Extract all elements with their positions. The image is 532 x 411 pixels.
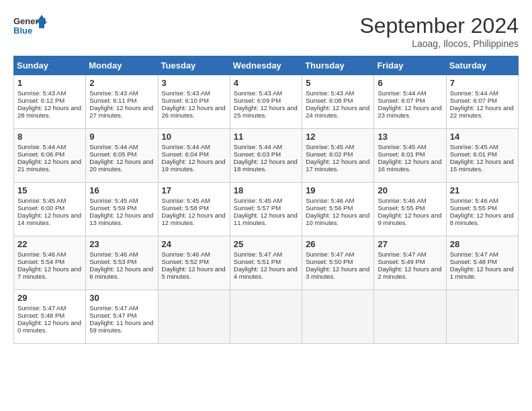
- calendar-cell: 12 Sunrise: 5:45 AM Sunset: 6:02 PM Dayl…: [302, 129, 374, 183]
- daylight-label: Daylight: 12 hours and 28 minutes.: [17, 104, 81, 119]
- day-number: 23: [89, 239, 154, 249]
- calendar-week-5: 29 Sunrise: 5:47 AM Sunset: 5:48 PM Dayl…: [14, 290, 519, 344]
- sunset-label: Sunset: 6:09 PM: [234, 97, 281, 104]
- calendar-cell: 20 Sunrise: 5:46 AM Sunset: 5:55 PM Dayl…: [374, 183, 446, 236]
- sunrise-label: Sunrise: 5:45 AM: [450, 143, 498, 150]
- calendar-cell: 19 Sunrise: 5:46 AM Sunset: 5:56 PM Dayl…: [302, 183, 374, 236]
- sunrise-label: Sunrise: 5:44 AM: [162, 143, 210, 150]
- day-number: 13: [378, 132, 442, 142]
- calendar-week-1: 1 Sunrise: 5:43 AM Sunset: 6:12 PM Dayli…: [14, 75, 519, 129]
- svg-text:Blue: Blue: [13, 26, 32, 36]
- weekday-header-thursday: Thursday: [302, 56, 374, 75]
- day-number: 12: [306, 132, 370, 142]
- day-number: 24: [162, 239, 226, 249]
- calendar-cell: 25 Sunrise: 5:47 AM Sunset: 5:51 PM Dayl…: [230, 236, 302, 290]
- weekday-header-monday: Monday: [86, 56, 158, 75]
- logo: General Blue: [13, 13, 47, 40]
- weekday-header-friday: Friday: [374, 56, 446, 75]
- sunset-label: Sunset: 6:08 PM: [306, 97, 353, 104]
- sunset-label: Sunset: 6:01 PM: [378, 150, 425, 158]
- day-number: 10: [162, 132, 226, 142]
- calendar-cell: 2 Sunrise: 5:43 AM Sunset: 6:11 PM Dayli…: [86, 75, 158, 129]
- sunset-label: Sunset: 6:12 PM: [17, 97, 64, 104]
- sunrise-label: Sunrise: 5:47 AM: [234, 250, 282, 258]
- weekday-header-wednesday: Wednesday: [230, 56, 302, 75]
- sunset-label: Sunset: 5:56 PM: [306, 204, 353, 212]
- day-number: 2: [89, 78, 154, 88]
- daylight-label: Daylight: 12 hours and 9 minutes.: [378, 212, 441, 226]
- calendar-cell: 28 Sunrise: 5:47 AM Sunset: 5:48 PM Dayl…: [446, 236, 518, 290]
- sunset-label: Sunset: 5:47 PM: [89, 312, 136, 319]
- logo-svg: General Blue: [13, 13, 47, 40]
- sunrise-label: Sunrise: 5:45 AM: [162, 197, 210, 204]
- daylight-label: Daylight: 12 hours and 22 minutes.: [450, 104, 514, 119]
- calendar-cell: [302, 290, 374, 344]
- day-number: 21: [450, 185, 515, 195]
- sunset-label: Sunset: 6:01 PM: [450, 150, 497, 158]
- sunset-label: Sunset: 5:50 PM: [306, 258, 353, 265]
- daylight-label: Daylight: 12 hours and 19 minutes.: [162, 158, 226, 173]
- daylight-label: Daylight: 12 hours and 23 minutes.: [378, 104, 441, 119]
- calendar-cell: 4 Sunrise: 5:43 AM Sunset: 6:09 PM Dayli…: [230, 75, 302, 129]
- day-number: 4: [234, 78, 298, 88]
- sunset-label: Sunset: 6:03 PM: [234, 150, 281, 158]
- calendar-cell: 21 Sunrise: 5:46 AM Sunset: 5:55 PM Dayl…: [446, 183, 518, 236]
- sunset-label: Sunset: 6:07 PM: [378, 97, 425, 104]
- calendar-cell: 26 Sunrise: 5:47 AM Sunset: 5:50 PM Dayl…: [302, 236, 374, 290]
- sunrise-label: Sunrise: 5:43 AM: [234, 89, 282, 97]
- sunset-label: Sunset: 5:54 PM: [17, 258, 64, 265]
- daylight-label: Daylight: 12 hours and 11 minutes.: [234, 212, 298, 226]
- daylight-label: Daylight: 12 hours and 5 minutes.: [162, 265, 226, 280]
- daylight-label: Daylight: 12 hours and 0 minutes.: [17, 319, 81, 334]
- sunset-label: Sunset: 5:53 PM: [89, 258, 136, 265]
- day-number: 29: [17, 293, 82, 303]
- sunrise-label: Sunrise: 5:43 AM: [306, 89, 354, 97]
- sunset-label: Sunset: 5:48 PM: [17, 312, 64, 319]
- sunrise-label: Sunrise: 5:44 AM: [450, 89, 498, 97]
- day-number: 25: [234, 239, 298, 249]
- calendar-cell: 6 Sunrise: 5:44 AM Sunset: 6:07 PM Dayli…: [374, 75, 446, 129]
- page-header: General Blue September 2024 Laoag, Iloco…: [13, 13, 519, 49]
- calendar-table: SundayMondayTuesdayWednesdayThursdayFrid…: [13, 56, 519, 344]
- day-number: 9: [89, 132, 154, 142]
- daylight-label: Daylight: 12 hours and 27 minutes.: [89, 104, 153, 119]
- month-title: September 2024: [359, 13, 519, 38]
- sunrise-label: Sunrise: 5:45 AM: [234, 197, 282, 204]
- weekday-header-tuesday: Tuesday: [158, 56, 230, 75]
- calendar-cell: [230, 290, 302, 344]
- calendar-week-3: 15 Sunrise: 5:45 AM Sunset: 6:00 PM Dayl…: [14, 183, 519, 236]
- day-number: 7: [450, 78, 515, 88]
- calendar-cell: 30 Sunrise: 5:47 AM Sunset: 5:47 PM Dayl…: [86, 290, 158, 344]
- daylight-label: Daylight: 12 hours and 2 minutes.: [378, 265, 441, 280]
- daylight-label: Daylight: 12 hours and 18 minutes.: [234, 158, 298, 173]
- daylight-label: Daylight: 11 hours and 59 minutes.: [89, 319, 153, 334]
- daylight-label: Daylight: 12 hours and 13 minutes.: [89, 212, 153, 226]
- daylight-label: Daylight: 12 hours and 20 minutes.: [89, 158, 153, 173]
- sunrise-label: Sunrise: 5:45 AM: [378, 143, 426, 150]
- sunrise-label: Sunrise: 5:44 AM: [378, 89, 426, 97]
- day-number: 27: [378, 239, 442, 249]
- sunrise-label: Sunrise: 5:44 AM: [17, 143, 66, 150]
- day-number: 6: [378, 78, 442, 88]
- sunrise-label: Sunrise: 5:46 AM: [162, 250, 210, 258]
- calendar-cell: 8 Sunrise: 5:44 AM Sunset: 6:06 PM Dayli…: [14, 129, 86, 183]
- calendar-cell: [374, 290, 446, 344]
- daylight-label: Daylight: 12 hours and 24 minutes.: [306, 104, 369, 119]
- sunset-label: Sunset: 5:52 PM: [162, 258, 209, 265]
- weekday-header-sunday: Sunday: [14, 56, 86, 75]
- sunrise-label: Sunrise: 5:45 AM: [306, 143, 354, 150]
- day-number: 18: [234, 185, 298, 195]
- daylight-label: Daylight: 12 hours and 8 minutes.: [450, 212, 514, 226]
- day-number: 11: [234, 132, 298, 142]
- calendar-cell: 24 Sunrise: 5:46 AM Sunset: 5:52 PM Dayl…: [158, 236, 230, 290]
- sunset-label: Sunset: 5:59 PM: [89, 204, 136, 212]
- calendar-cell: 1 Sunrise: 5:43 AM Sunset: 6:12 PM Dayli…: [14, 75, 86, 129]
- calendar-cell: 13 Sunrise: 5:45 AM Sunset: 6:01 PM Dayl…: [374, 129, 446, 183]
- calendar-cell: 14 Sunrise: 5:45 AM Sunset: 6:01 PM Dayl…: [446, 129, 518, 183]
- calendar-cell: 11 Sunrise: 5:44 AM Sunset: 6:03 PM Dayl…: [230, 129, 302, 183]
- title-area: September 2024 Laoag, Ilocos, Philippine…: [359, 13, 519, 49]
- daylight-label: Daylight: 12 hours and 15 minutes.: [450, 158, 514, 173]
- calendar-week-4: 22 Sunrise: 5:46 AM Sunset: 5:54 PM Dayl…: [14, 236, 519, 290]
- sunrise-label: Sunrise: 5:46 AM: [450, 197, 498, 204]
- sunset-label: Sunset: 6:05 PM: [89, 150, 136, 158]
